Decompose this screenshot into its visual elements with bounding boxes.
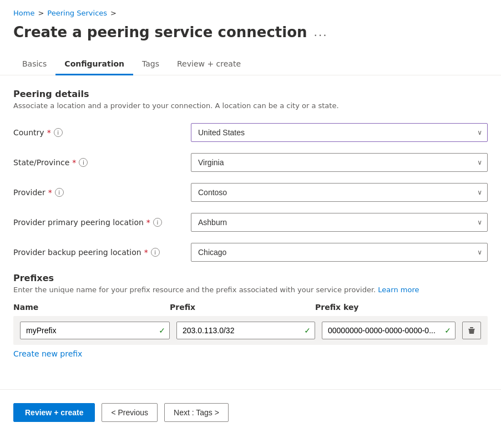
provider-info-icon[interactable]: i: [55, 188, 64, 197]
prefixes-section: Prefixes Enter the unique name for your …: [13, 273, 488, 358]
country-required: *: [47, 128, 51, 137]
breadcrumb-sep2: >: [110, 9, 117, 17]
state-required: *: [72, 158, 76, 167]
state-info-icon[interactable]: i: [79, 158, 88, 167]
primary-location-row: Provider primary peering location * i As…: [13, 213, 488, 232]
peering-details-desc: Associate a location and a provider to y…: [13, 101, 488, 110]
primary-location-info-icon[interactable]: i: [153, 218, 162, 227]
provider-label: Provider * i: [13, 188, 191, 197]
tab-review-create[interactable]: Review + create: [168, 54, 250, 75]
page-header: Create a peering service connection ...: [0, 22, 501, 54]
primary-location-select-wrapper: Ashburn Chicago Dallas ∨: [191, 213, 488, 232]
main-content: Peering details Associate a location and…: [0, 75, 501, 371]
prefix-key-input-wrap: ✓: [322, 322, 456, 339]
prefix-key-check-icon: ✓: [444, 326, 451, 335]
state-select[interactable]: Virginia California Washington: [191, 153, 488, 172]
prefix-name-input-wrap: ✓: [20, 322, 170, 339]
state-label: State/Province * i: [13, 158, 191, 167]
backup-location-select[interactable]: Chicago Ashburn Dallas: [191, 243, 488, 262]
primary-location-select[interactable]: Ashburn Chicago Dallas: [191, 213, 488, 232]
prefix-value-input[interactable]: [176, 322, 315, 339]
review-create-button[interactable]: Review + create: [13, 403, 95, 422]
prefix-name-check-icon: ✓: [159, 326, 165, 335]
col-header-prefix-key: Prefix key: [315, 303, 488, 312]
prefixes-title: Prefixes: [13, 273, 488, 283]
tab-tags[interactable]: Tags: [133, 54, 168, 75]
backup-location-select-wrapper: Chicago Ashburn Dallas ∨: [191, 243, 488, 262]
tab-bar: Basics Configuration Tags Review + creat…: [0, 54, 501, 75]
country-row: Country * i United States Canada United …: [13, 123, 488, 142]
col-header-prefix: Prefix: [170, 303, 308, 312]
prefix-value-input-wrap: ✓: [176, 322, 315, 339]
country-select-wrapper: United States Canada United Kingdom ∨: [191, 123, 488, 142]
prefixes-desc: Enter the unique name for your prefix re…: [13, 286, 488, 294]
breadcrumb-sep1: >: [38, 9, 44, 17]
col-header-name: Name: [13, 303, 163, 312]
primary-location-required: *: [146, 218, 150, 227]
prefix-table-row: ✓ ✓ ✓: [13, 316, 488, 345]
breadcrumb-peering[interactable]: Peering Services: [47, 9, 107, 17]
country-select[interactable]: United States Canada United Kingdom: [191, 123, 488, 142]
primary-location-label: Provider primary peering location * i: [13, 218, 191, 227]
provider-row: Provider * i Contoso Other Provider ∨: [13, 183, 488, 202]
state-select-wrapper: Virginia California Washington ∨: [191, 153, 488, 172]
backup-location-row: Provider backup peering location * i Chi…: [13, 243, 488, 262]
provider-select[interactable]: Contoso Other Provider: [191, 183, 488, 202]
more-options-button[interactable]: ...: [314, 26, 328, 39]
provider-select-wrapper: Contoso Other Provider ∨: [191, 183, 488, 202]
footer-divider: [0, 389, 501, 390]
prefix-table-header: Name Prefix Prefix key: [13, 303, 488, 312]
country-info-icon[interactable]: i: [54, 128, 63, 137]
next-button[interactable]: Next : Tags >: [164, 403, 229, 422]
learn-more-link[interactable]: Learn more: [378, 286, 419, 294]
footer-buttons: Review + create < Previous Next : Tags >: [0, 403, 501, 422]
tab-configuration[interactable]: Configuration: [55, 54, 133, 75]
backup-location-info-icon[interactable]: i: [151, 248, 160, 257]
tab-basics[interactable]: Basics: [13, 54, 55, 75]
backup-location-label: Provider backup peering location * i: [13, 248, 191, 257]
breadcrumb: Home > Peering Services >: [0, 0, 501, 22]
page-title: Create a peering service connection: [13, 24, 307, 40]
previous-button[interactable]: < Previous: [102, 403, 158, 422]
peering-details-title: Peering details: [13, 89, 488, 99]
prefix-delete-button[interactable]: [462, 322, 481, 339]
breadcrumb-home[interactable]: Home: [13, 9, 34, 17]
prefix-value-check-icon: ✓: [304, 326, 311, 335]
provider-required: *: [48, 188, 52, 197]
backup-location-required: *: [144, 248, 148, 257]
state-row: State/Province * i Virginia California W…: [13, 153, 488, 172]
create-new-prefix-link[interactable]: Create new prefix: [13, 349, 82, 358]
prefix-key-input[interactable]: [322, 322, 456, 339]
country-label: Country * i: [13, 128, 191, 137]
prefix-name-input[interactable]: [20, 322, 170, 339]
